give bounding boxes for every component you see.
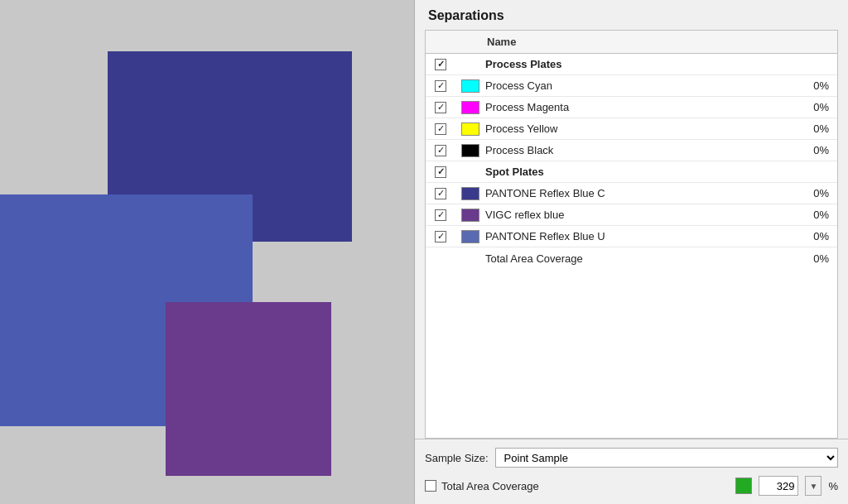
color-swatch-pantone-c	[461, 187, 479, 200]
checkbox-cell-process-cyan	[426, 80, 455, 92]
color-swatch-process-magenta	[461, 101, 479, 114]
checkbox-pantone-u[interactable]	[435, 231, 446, 242]
pct-cell-process-yellow: 0%	[796, 122, 837, 135]
table-row-tac-row: Total Area Coverage0%	[426, 247, 837, 269]
table-row-vigc-reflex: VIGC reflex blue0%	[426, 204, 837, 226]
name-cell-process-magenta: Process Magenta	[485, 101, 796, 113]
checkbox-spot-plates[interactable]	[435, 166, 446, 178]
purple-rectangle	[166, 302, 331, 476]
pct-cell-vigc-reflex: 0%	[796, 209, 837, 221]
color-swatch-vigc-reflex	[461, 209, 479, 222]
color-swatch-process-cyan	[461, 79, 479, 93]
tac-checkbox-wrapper: Total Area Coverage	[425, 480, 539, 492]
bottom-section: Sample Size: Point Sample 3x3 Average 5x…	[415, 439, 848, 504]
pct-cell-pantone-c: 0%	[796, 187, 837, 199]
checkbox-cell-process-black	[426, 145, 455, 156]
table-header: Name	[426, 31, 837, 54]
tac-dropdown-arrow[interactable]: ▼	[805, 476, 822, 496]
table-row-process-plates: Process Plates	[426, 54, 837, 75]
pct-cell-process-black: 0%	[796, 144, 837, 156]
swatch-cell-pantone-c	[455, 187, 485, 200]
checkbox-vigc-reflex[interactable]	[435, 209, 446, 221]
name-cell-process-yellow: Process Yellow	[485, 122, 796, 135]
checkbox-cell-pantone-u	[426, 231, 455, 242]
checkbox-cell-vigc-reflex	[426, 209, 455, 221]
green-indicator	[735, 478, 752, 494]
swatch-cell-pantone-u	[455, 230, 485, 243]
pct-cell-pantone-u: 0%	[796, 230, 837, 242]
tac-checkbox[interactable]	[425, 480, 436, 492]
name-cell-tac-row: Total Area Coverage	[485, 252, 796, 265]
checkbox-cell-spot-plates	[426, 166, 455, 178]
swatch-cell-process-cyan	[455, 79, 485, 93]
tac-pct-label: %	[828, 480, 838, 492]
table-row-process-black: Process Black0%	[426, 140, 837, 161]
sample-size-label: Sample Size:	[425, 452, 489, 464]
table-row-pantone-u: PANTONE Reflex Blue U0%	[426, 226, 837, 247]
checkbox-process-cyan[interactable]	[435, 80, 446, 92]
sample-size-row: Sample Size: Point Sample 3x3 Average 5x…	[425, 448, 838, 468]
swatch-cell-vigc-reflex	[455, 209, 485, 222]
panel-title: Separations	[415, 0, 848, 30]
tac-label: Total Area Coverage	[441, 480, 539, 492]
checkbox-process-black[interactable]	[435, 145, 446, 156]
separations-panel: Separations Name Process PlatesProcess C…	[414, 0, 848, 504]
checkbox-cell-pantone-c	[426, 188, 455, 199]
name-cell-process-cyan: Process Cyan	[485, 79, 796, 92]
checkbox-cell-process-plates	[426, 59, 455, 70]
checkbox-pantone-c[interactable]	[435, 188, 446, 199]
pct-cell-process-cyan: 0%	[796, 79, 837, 92]
name-cell-process-plates: Process Plates	[485, 58, 796, 70]
name-cell-vigc-reflex: VIGC reflex blue	[485, 209, 796, 221]
table-body: Process PlatesProcess Cyan0%Process Mage…	[426, 54, 837, 269]
table-row-spot-plates: Spot Plates	[426, 161, 837, 183]
swatch-cell-process-magenta	[455, 101, 485, 114]
separations-table: Name Process PlatesProcess Cyan0%Process…	[425, 30, 838, 439]
sample-size-select[interactable]: Point Sample 3x3 Average 5x5 Average	[495, 448, 838, 468]
name-cell-spot-plates: Spot Plates	[485, 166, 796, 178]
table-row-pantone-c: PANTONE Reflex Blue C0%	[426, 183, 837, 204]
checkbox-cell-process-yellow	[426, 123, 455, 135]
name-cell-pantone-c: PANTONE Reflex Blue C	[485, 187, 796, 199]
table-row-process-yellow: Process Yellow0%	[426, 118, 837, 140]
checkbox-process-yellow[interactable]	[435, 123, 446, 135]
name-cell-process-black: Process Black	[485, 144, 796, 156]
checkbox-cell-process-magenta	[426, 102, 455, 113]
canvas-area	[0, 0, 414, 504]
name-cell-pantone-u: PANTONE Reflex Blue U	[485, 230, 796, 242]
color-swatch-pantone-u	[461, 230, 479, 243]
pct-cell-process-magenta: 0%	[796, 101, 837, 113]
color-swatch-process-black	[461, 144, 479, 157]
table-row-process-magenta: Process Magenta0%	[426, 97, 837, 118]
pct-cell-tac-row: 0%	[796, 252, 837, 265]
swatch-cell-process-yellow	[455, 122, 485, 136]
table-row-process-cyan: Process Cyan0%	[426, 75, 837, 97]
swatch-cell-process-black	[455, 144, 485, 157]
checkbox-process-magenta[interactable]	[435, 102, 446, 113]
tac-row: Total Area Coverage ▼ %	[425, 476, 838, 496]
color-swatch-process-yellow	[461, 122, 479, 136]
tac-value-input[interactable]	[759, 476, 798, 496]
header-name-col: Name	[485, 36, 796, 48]
checkbox-process-plates[interactable]	[435, 59, 446, 70]
